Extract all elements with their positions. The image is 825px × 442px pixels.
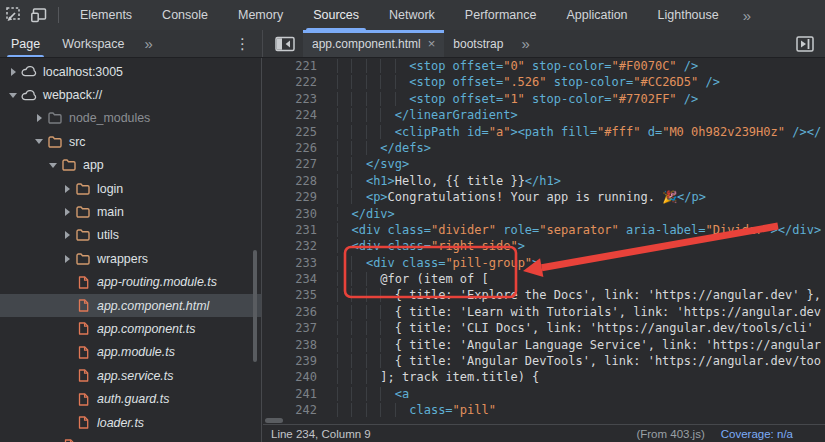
line-number[interactable]: 223	[263, 91, 317, 107]
device-toolbar-icon[interactable]	[26, 2, 52, 28]
horizontal-scrollbar-thumb[interactable]	[265, 418, 283, 423]
tree-item-src[interactable]: src	[0, 130, 261, 153]
close-icon[interactable]: ×	[428, 36, 436, 51]
line-number[interactable]: 229	[263, 189, 317, 205]
coverage-link[interactable]: Coverage: n/a	[721, 428, 793, 440]
tab-lighthouse[interactable]: Lighthouse	[643, 0, 734, 30]
line-number[interactable]: 225	[263, 124, 317, 140]
tab-console[interactable]: Console	[147, 0, 223, 30]
file-tab-bootstrap[interactable]: bootstrap	[444, 30, 512, 57]
code-line[interactable]: 235 { title: 'Explore the Docs', link: '…	[263, 287, 825, 303]
code-token: { title: 'Angular DevTools', link: 'http…	[395, 354, 821, 368]
tree-item-loader-ts[interactable]: loader.ts	[0, 411, 261, 434]
more-options-icon[interactable]: ⋮	[235, 36, 250, 51]
code-line[interactable]: 239 { title: 'Angular DevTools', link: '…	[263, 353, 825, 369]
more-navigator-tabs-icon[interactable]: »	[136, 35, 162, 52]
line-number[interactable]: 222	[263, 74, 317, 90]
line-number[interactable]: 234	[263, 271, 317, 287]
chevron-right-icon[interactable]	[60, 185, 74, 193]
tab-network[interactable]: Network	[374, 0, 450, 30]
code-line[interactable]: 222 <stop offset=".526" stop-color="#CC2…	[263, 74, 825, 90]
tab-sources[interactable]: Sources	[298, 0, 374, 30]
line-number[interactable]: 235	[263, 287, 317, 303]
line-number[interactable]: 233	[263, 255, 317, 271]
chevron-down-icon[interactable]	[46, 163, 60, 168]
tree-item-node-modules[interactable]: node_modules	[0, 107, 261, 130]
code-line[interactable]: 228 <h1>Hello, {{ title }}</h1>	[263, 173, 825, 189]
tab-performance[interactable]: Performance	[450, 0, 552, 30]
tree-item-app-component-html[interactable]: app.component.html	[0, 294, 261, 317]
line-number[interactable]: 237	[263, 320, 317, 336]
code-line[interactable]: 221 <stop offset="0" stop-color="#F0070C…	[263, 58, 825, 74]
code-line[interactable]: 233 <div class="pill-group">	[263, 255, 825, 271]
tree-item-app-service-ts[interactable]: app.service.ts	[0, 364, 261, 387]
tree-item-app-module-ts[interactable]: app.module.ts	[0, 341, 261, 364]
line-number[interactable]: 236	[263, 304, 317, 320]
chevron-right-icon[interactable]	[6, 68, 20, 76]
tree-item-localhost-3005[interactable]: localhost:3005	[0, 60, 261, 83]
chevron-right-icon[interactable]	[60, 255, 74, 263]
line-number[interactable]: 224	[263, 107, 317, 123]
chevron-right-icon[interactable]	[32, 114, 46, 122]
code-token: "#7702FF"	[612, 92, 677, 106]
more-file-tabs-icon[interactable]: »	[512, 35, 538, 52]
tab-application[interactable]: Application	[551, 0, 642, 30]
indent-guides	[337, 75, 409, 89]
more-tabs-icon[interactable]: »	[734, 7, 760, 24]
chevron-down-icon[interactable]	[32, 139, 46, 144]
line-number[interactable]: 228	[263, 173, 317, 189]
code-line[interactable]: 234 @for (item of [	[263, 271, 825, 287]
code-token: ".526"	[503, 75, 546, 89]
code-line[interactable]: 237 { title: 'CLI Docs', link: 'https://…	[263, 320, 825, 336]
tree-item-app-routing-module-ts[interactable]: app-routing.module.ts	[0, 271, 261, 294]
line-number[interactable]: 241	[263, 386, 317, 402]
line-number[interactable]: 230	[263, 206, 317, 222]
code-line[interactable]: 232 <div class="right-side">	[263, 238, 825, 254]
tree-item-partial[interactable]	[0, 434, 261, 442]
tree-item-wrappers[interactable]: wrappers	[0, 247, 261, 270]
toggle-debugger-sidebar-icon[interactable]	[792, 31, 818, 57]
code-line[interactable]: 224 </linearGradient>	[263, 107, 825, 123]
line-number[interactable]: 240	[263, 369, 317, 385]
file-tab-app-component-html[interactable]: app.component.html×	[303, 30, 444, 57]
code-line[interactable]: 240 ]; track item.title) {	[263, 369, 825, 385]
tree-item-login[interactable]: login	[0, 177, 261, 200]
chevron-down-icon[interactable]	[6, 93, 20, 98]
tree-item-auth-guard-ts[interactable]: auth.guard.ts	[0, 387, 261, 410]
code-line[interactable]: 230 </div>	[263, 206, 825, 222]
line-number[interactable]: 221	[263, 58, 317, 74]
line-number[interactable]: 232	[263, 238, 317, 254]
code-line[interactable]: 227 </svg>	[263, 156, 825, 172]
collapse-navigator-icon[interactable]	[272, 31, 298, 57]
tree-item-label: app.component.html	[97, 299, 209, 313]
code-area[interactable]: 221 <stop offset="0" stop-color="#F0070C…	[263, 58, 825, 420]
code-line[interactable]: 225 <clipPath id="a"><path fill="#fff" d…	[263, 124, 825, 140]
code-line[interactable]: 226 </defs>	[263, 140, 825, 156]
chevron-right-icon[interactable]	[60, 231, 74, 239]
tree-item-webpack[interactable]: webpack://	[0, 83, 261, 106]
code-line[interactable]: 229 <p>Congratulations! Your app is runn…	[263, 189, 825, 205]
line-number[interactable]: 226	[263, 140, 317, 156]
navigator-tab-workspace[interactable]: Workspace	[51, 30, 135, 57]
tree-scrollbar-thumb[interactable]	[253, 250, 257, 362]
line-number[interactable]: 239	[263, 353, 317, 369]
code-line[interactable]: 241 <a	[263, 386, 825, 402]
indent-guides	[337, 157, 366, 171]
inspect-icon[interactable]	[0, 2, 26, 28]
tree-item-app[interactable]: app	[0, 154, 261, 177]
tab-elements[interactable]: Elements	[65, 0, 147, 30]
line-number[interactable]: 227	[263, 156, 317, 172]
code-line[interactable]: 236 { title: 'Learn with Tutorials', lin…	[263, 304, 825, 320]
line-number[interactable]: 231	[263, 222, 317, 238]
line-number[interactable]: 238	[263, 337, 317, 353]
chevron-right-icon[interactable]	[60, 208, 74, 216]
tree-item-app-component-ts[interactable]: app.component.ts	[0, 317, 261, 340]
tab-memory[interactable]: Memory	[223, 0, 298, 30]
code-line[interactable]: 238 { title: 'Angular Language Service',…	[263, 337, 825, 353]
code-token: "#F0070C"	[612, 59, 677, 73]
code-line[interactable]: 231 <div class="divider" role="separator…	[263, 222, 825, 238]
navigator-tab-page[interactable]: Page	[0, 30, 51, 57]
code-line[interactable]: 223 <stop offset="1" stop-color="#7702FF…	[263, 91, 825, 107]
tree-item-utils[interactable]: utils	[0, 224, 261, 247]
tree-item-main[interactable]: main	[0, 200, 261, 223]
